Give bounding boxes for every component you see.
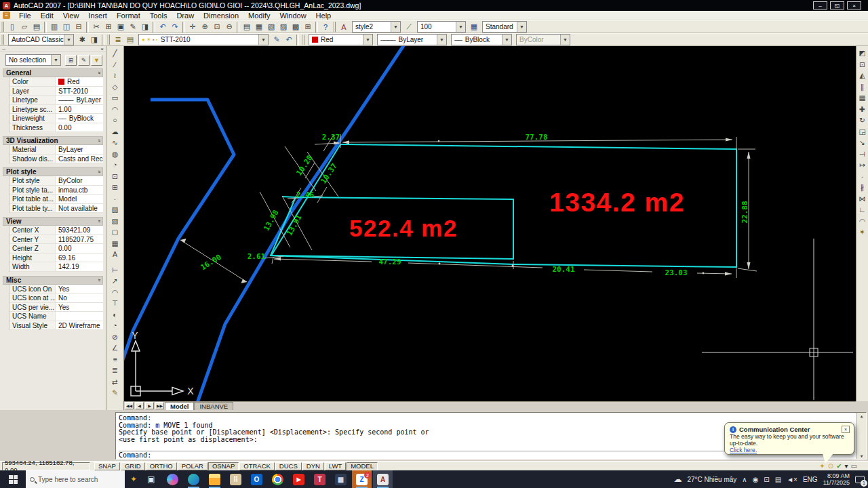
- construction-line-icon[interactable]: ∕: [109, 59, 121, 70]
- coordinate-readout[interactable]: 593484.24, 1185182.78, 0.00: [2, 462, 90, 470]
- layer-combo[interactable]: ●☀▪▪ STT-2010 ▼: [138, 34, 269, 45]
- toggle-pickadd-icon[interactable]: ⊞: [65, 55, 77, 66]
- dimension-label[interactable]: 22.88: [741, 201, 749, 223]
- redo-icon[interactable]: ↷: [169, 22, 181, 33]
- property-value[interactable]: ByLayer: [56, 145, 103, 154]
- property-row[interactable]: Plot styleByColor: [9, 176, 103, 186]
- text-style-combo[interactable]: style2▼: [352, 21, 401, 33]
- layer-previous-icon[interactable]: ↶: [283, 35, 295, 45]
- ellipse-icon[interactable]: ◍: [109, 148, 121, 160]
- property-row[interactable]: Height69.16: [9, 253, 103, 263]
- tab-inbanve[interactable]: INBANVE: [194, 402, 233, 410]
- status-toggle-grid[interactable]: GRID: [121, 462, 145, 470]
- property-value[interactable]: Not available: [56, 204, 103, 213]
- sheetset-manager-icon[interactable]: ▨: [277, 22, 290, 33]
- hatch-icon[interactable]: ▨: [109, 204, 121, 216]
- plot-icon[interactable]: ▥: [48, 22, 60, 33]
- property-row[interactable]: Center Y1185207.75: [9, 235, 103, 245]
- dimension-label[interactable]: 2.46: [296, 190, 315, 199]
- property-value[interactable]: Red: [56, 77, 103, 86]
- scroll-up-icon[interactable]: ▲: [861, 413, 863, 418]
- collapse-chevron-icon[interactable]: »: [96, 170, 102, 173]
- property-row[interactable]: Plot table ty...Not available: [9, 204, 103, 214]
- menu-draw[interactable]: Draw: [172, 11, 199, 20]
- property-row[interactable]: Plot style ta...inmau.ctb: [9, 186, 103, 195]
- save-icon[interactable]: ▤: [31, 22, 43, 33]
- chevron-down-icon[interactable]: ▼: [502, 35, 511, 45]
- collapse-chevron-icon[interactable]: »: [96, 279, 102, 281]
- dim-continue-icon[interactable]: ⇄: [109, 376, 121, 388]
- property-row[interactable]: ColorRed: [9, 77, 103, 87]
- autocad-app[interactable]: A: [373, 470, 393, 488]
- break-icon[interactable]: ∦: [856, 182, 868, 193]
- break-at-point-icon[interactable]: ∙: [856, 171, 868, 182]
- section-header[interactable]: Plot style»: [3, 167, 103, 176]
- erase-icon[interactable]: ◩: [856, 47, 868, 59]
- outlook-app[interactable]: O: [247, 470, 267, 488]
- revcloud-icon[interactable]: ☁: [109, 126, 121, 138]
- volume-muted-icon[interactable]: ◄×: [787, 476, 797, 483]
- menu-file[interactable]: File: [14, 11, 36, 20]
- property-row[interactable]: Visual Style2D Wireframe: [9, 321, 103, 331]
- color-combo[interactable]: Red ▼: [309, 34, 373, 45]
- dim-jogged-icon[interactable]: ◔: [109, 320, 121, 331]
- area-label[interactable]: 1334.2 m2: [549, 188, 685, 217]
- dimension-label[interactable]: 10.28: [294, 154, 314, 178]
- designcenter-icon[interactable]: ▦: [253, 22, 265, 33]
- chevron-down-icon[interactable]: ▼: [391, 22, 400, 32]
- rotate-icon[interactable]: ↻: [856, 115, 868, 126]
- section-header[interactable]: General»: [3, 68, 103, 77]
- property-value[interactable]: No: [56, 293, 103, 302]
- property-value[interactable]: Model: [56, 195, 103, 203]
- tool-palettes-icon[interactable]: ▧: [265, 22, 277, 33]
- property-row[interactable]: Linetype────ByLayer: [9, 96, 103, 105]
- property-value[interactable]: 1.00: [56, 105, 103, 114]
- property-value[interactable]: 0.00: [56, 123, 103, 132]
- dim-aligned-icon[interactable]: ↗: [109, 275, 121, 287]
- make-object-layer-current-icon[interactable]: ✎: [271, 35, 283, 45]
- dim-angular-icon[interactable]: ∠: [109, 342, 121, 354]
- property-row[interactable]: Plot table at...Model: [9, 195, 103, 204]
- minimize-button[interactable]: –: [813, 1, 827, 9]
- open-icon[interactable]: ▱: [18, 22, 31, 33]
- restore-button[interactable]: ◱: [830, 1, 844, 9]
- chevron-down-icon[interactable]: ▼: [258, 35, 268, 45]
- tab-next-icon[interactable]: ▶: [145, 402, 154, 409]
- dim-style-icon[interactable]: ⟋: [403, 22, 415, 33]
- title-bar[interactable]: A AutoCAD 2007 - [D:\BINH TAN\BAN DO QUY…: [0, 0, 868, 11]
- property-value[interactable]: inmau.ctb: [56, 186, 103, 195]
- calculator-app[interactable]: ▦: [331, 470, 351, 488]
- property-value[interactable]: ────ByLayer: [56, 96, 103, 104]
- property-value[interactable]: 593421.09: [56, 226, 103, 235]
- lineweight-combo[interactable]: ── ByBlock ▼: [451, 34, 512, 45]
- close-button[interactable]: ×: [847, 1, 861, 9]
- tray-menu-arrow-icon[interactable]: ▾: [845, 462, 848, 470]
- property-value[interactable]: STT-2010: [56, 87, 103, 96]
- status-toggle-model[interactable]: MODEL: [347, 462, 378, 470]
- command-scrollbar[interactable]: ▲ ▼: [856, 413, 866, 459]
- copy-object-icon[interactable]: ⊡: [856, 59, 868, 70]
- dimension-label[interactable]: 47.29: [378, 258, 401, 266]
- road-edge-left[interactable]: [124, 100, 234, 401]
- help-icon[interactable]: ?: [319, 22, 332, 33]
- property-value[interactable]: Yes: [56, 303, 103, 312]
- property-row[interactable]: Thickness0.00: [9, 123, 103, 133]
- polyline-icon[interactable]: ≀: [109, 70, 121, 81]
- section-header[interactable]: View»: [3, 217, 103, 226]
- properties-icon[interactable]: ▤: [241, 22, 253, 33]
- zoom-previous-icon[interactable]: ⊖: [223, 22, 235, 33]
- area-label[interactable]: 522.4 m2: [349, 215, 458, 241]
- notification-center-icon[interactable]: 1: [855, 476, 865, 483]
- dimension-label[interactable]: 2.61: [248, 252, 266, 261]
- chevron-down-icon[interactable]: ▼: [517, 22, 526, 32]
- collapse-chevron-icon[interactable]: »: [96, 71, 102, 74]
- tab-model[interactable]: Model: [165, 402, 194, 410]
- chevron-down-icon[interactable]: ▼: [437, 35, 446, 45]
- menu-dimension[interactable]: Dimension: [199, 11, 243, 20]
- quick-dim-icon[interactable]: ≡: [109, 354, 121, 365]
- fillet-icon[interactable]: ◠: [856, 216, 868, 227]
- menu-insert[interactable]: Insert: [83, 11, 112, 20]
- new-icon[interactable]: ▯: [6, 22, 18, 33]
- menu-help[interactable]: Help: [311, 11, 336, 20]
- teams-app[interactable]: T: [310, 470, 330, 488]
